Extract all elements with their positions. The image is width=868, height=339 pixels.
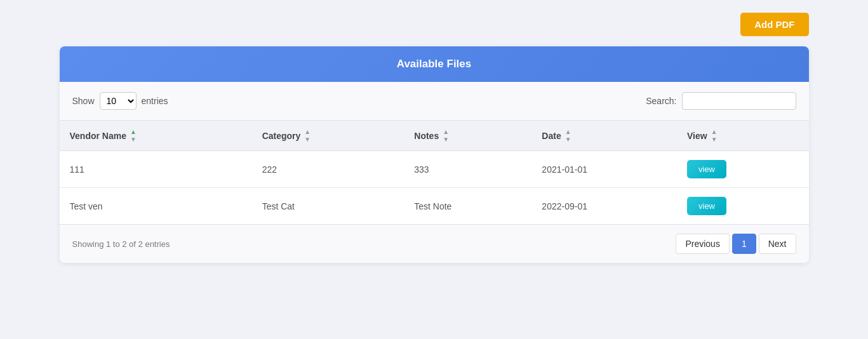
add-pdf-button[interactable]: Add PDF <box>740 13 808 36</box>
available-files-container: Available Files Show 10 25 50 100 entrie… <box>60 46 809 263</box>
top-bar: Add PDF <box>60 13 809 36</box>
entries-select[interactable]: 10 25 50 100 <box>100 92 137 110</box>
next-button[interactable]: Next <box>759 234 796 254</box>
search-label: Search: <box>646 96 676 106</box>
previous-button[interactable]: Previous <box>676 234 729 254</box>
cell-notes: 333 <box>404 151 531 188</box>
table-footer: Showing 1 to 2 of 2 entries Previous 1 N… <box>60 224 809 263</box>
search-area: Search: <box>646 92 796 110</box>
table-title: Available Files <box>60 46 809 82</box>
table-row: 1112223332021-01-01view <box>60 151 809 188</box>
table-header-row: Vendor Name ▲▼ Category ▲▼ Notes ▲▼ <box>60 121 809 151</box>
cell-vendor-name: 111 <box>60 151 252 188</box>
cell-category: 222 <box>252 151 404 188</box>
col-header-category[interactable]: Category ▲▼ <box>252 121 404 151</box>
search-input[interactable] <box>682 92 796 110</box>
sort-icon-date: ▲▼ <box>565 128 571 143</box>
cell-date: 2022-09-01 <box>531 188 677 225</box>
table-body: 1112223332021-01-01viewTest venTest CatT… <box>60 151 809 225</box>
cell-view: view <box>677 151 809 188</box>
cell-date: 2021-01-01 <box>531 151 677 188</box>
col-header-date[interactable]: Date ▲▼ <box>531 121 677 151</box>
pagination: Previous 1 Next <box>676 234 796 254</box>
cell-category: Test Cat <box>252 188 404 225</box>
table-controls: Show 10 25 50 100 entries Search: <box>60 82 809 120</box>
show-entries-control: Show 10 25 50 100 entries <box>72 92 168 110</box>
view-button-1[interactable]: view <box>687 197 726 215</box>
cell-view: view <box>677 188 809 225</box>
show-label: Show <box>72 96 95 106</box>
table-row: Test venTest CatTest Note2022-09-01view <box>60 188 809 225</box>
cell-vendor-name: Test ven <box>60 188 252 225</box>
showing-text: Showing 1 to 2 of 2 entries <box>72 239 170 249</box>
entries-label: entries <box>142 96 168 106</box>
sort-icon-view: ▲▼ <box>711 128 718 143</box>
page-1-button[interactable]: 1 <box>732 234 756 254</box>
sort-icon-category: ▲▼ <box>304 128 310 143</box>
sort-icon-notes: ▲▼ <box>443 128 449 143</box>
sort-icon-vendor: ▲▼ <box>130 128 137 143</box>
col-header-notes[interactable]: Notes ▲▼ <box>404 121 531 151</box>
data-table: Vendor Name ▲▼ Category ▲▼ Notes ▲▼ <box>60 120 809 224</box>
view-button-0[interactable]: view <box>687 160 726 178</box>
col-header-vendor-name[interactable]: Vendor Name ▲▼ <box>60 121 252 151</box>
cell-notes: Test Note <box>404 188 531 225</box>
col-header-view[interactable]: View ▲▼ <box>677 121 809 151</box>
